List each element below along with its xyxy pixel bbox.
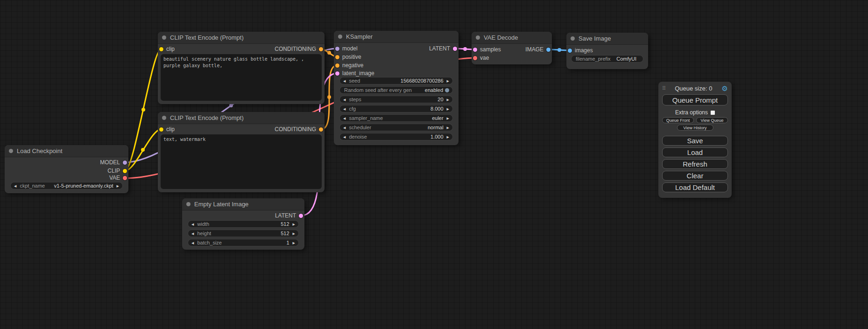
widget-value: ComfyUI bbox=[616, 56, 636, 62]
node-title-bar[interactable]: Empty Latent Image bbox=[182, 198, 304, 210]
stepper-right-icon[interactable]: ▶ bbox=[447, 107, 449, 111]
input-port-samples[interactable] bbox=[473, 48, 477, 52]
slot-label: CONDITIONING bbox=[275, 126, 316, 133]
output-port-vae[interactable] bbox=[123, 176, 127, 180]
stepper-left-icon[interactable]: ◀ bbox=[191, 241, 194, 245]
node-title-bar[interactable]: CLIP Text Encode (Prompt) bbox=[158, 32, 325, 44]
panel-header: ⠿ Queue size: 0 ⚙ bbox=[662, 84, 728, 92]
input-port-clip[interactable] bbox=[159, 47, 163, 51]
settings-gear-icon[interactable]: ⚙ bbox=[722, 85, 728, 92]
output-port-latent[interactable] bbox=[453, 47, 457, 51]
node-title-bar[interactable]: VAE Decode bbox=[472, 32, 552, 44]
width-widget[interactable]: ◀ width 512 ▶ bbox=[188, 220, 299, 228]
queue-prompt-button[interactable]: Queue Prompt bbox=[662, 94, 728, 105]
negative-prompt-textarea[interactable]: text, watermark bbox=[161, 134, 322, 189]
stepper-left-icon[interactable]: ◀ bbox=[343, 98, 346, 101]
stepper-right-icon[interactable]: ▶ bbox=[293, 232, 295, 235]
ckpt-name-widget[interactable]: ◀ ckpt_name v1-5-pruned-emaonly.ckpt ▶ bbox=[10, 182, 123, 189]
output-port-model[interactable] bbox=[123, 161, 127, 165]
input-slot-vae: vae bbox=[473, 55, 489, 61]
slot-label: LATENT bbox=[275, 212, 296, 219]
view-queue-button[interactable]: View Queue bbox=[696, 117, 728, 123]
load-button[interactable]: Load bbox=[662, 147, 728, 157]
slot-label: IMAGE bbox=[525, 46, 543, 53]
denoise-widget[interactable]: ◀ denoise 1.000 ▶ bbox=[339, 133, 453, 140]
input-port-negative[interactable] bbox=[335, 63, 339, 68]
collapse-toggle-icon[interactable] bbox=[162, 35, 166, 40]
random-seed-toggle-widget[interactable]: Random seed after every gen enabled bbox=[339, 86, 453, 94]
stepper-left-icon[interactable]: ◀ bbox=[343, 79, 346, 83]
clear-button[interactable]: Clear bbox=[662, 171, 728, 181]
input-port-clip[interactable] bbox=[159, 127, 163, 132]
positive-prompt-textarea[interactable]: beautiful scenery nature glass bottle la… bbox=[161, 54, 322, 101]
collapse-toggle-icon[interactable] bbox=[338, 35, 342, 39]
sampler-name-widget[interactable]: ◀ sampler_name euler ▶ bbox=[339, 114, 453, 122]
collapse-toggle-icon[interactable] bbox=[186, 202, 191, 206]
output-port-image[interactable] bbox=[546, 48, 550, 52]
widget-label: width bbox=[197, 221, 209, 227]
widget-label: height bbox=[197, 231, 211, 236]
node-vae-decode[interactable]: VAE Decode samples vae IMAGE bbox=[472, 32, 552, 64]
input-port-positive[interactable] bbox=[335, 55, 339, 59]
stepper-left-icon[interactable]: ◀ bbox=[191, 232, 194, 235]
output-port-conditioning[interactable] bbox=[319, 47, 323, 51]
collapse-toggle-icon[interactable] bbox=[476, 35, 480, 40]
steps-widget[interactable]: ◀ steps 20 ▶ bbox=[339, 96, 453, 103]
stepper-right-icon[interactable]: ▶ bbox=[447, 117, 449, 120]
stepper-right-icon[interactable]: ▶ bbox=[117, 184, 119, 188]
node-empty-latent-image[interactable]: Empty Latent Image LATENT ◀ width 512 ▶ … bbox=[182, 198, 304, 250]
batch-size-widget[interactable]: ◀ batch_size 1 ▶ bbox=[188, 239, 299, 246]
view-history-button[interactable]: View History bbox=[677, 125, 713, 131]
cfg-widget[interactable]: ◀ cfg 8.000 ▶ bbox=[339, 105, 453, 112]
toggle-dot-icon[interactable] bbox=[445, 88, 449, 92]
stepper-left-icon[interactable]: ◀ bbox=[343, 107, 346, 111]
node-title-bar[interactable]: Save Image bbox=[566, 33, 648, 45]
stepper-left-icon[interactable]: ◀ bbox=[343, 135, 346, 139]
output-port-conditioning[interactable] bbox=[319, 127, 323, 132]
collapse-toggle-icon[interactable] bbox=[571, 36, 575, 41]
stepper-right-icon[interactable]: ▶ bbox=[447, 135, 449, 139]
stepper-left-icon[interactable]: ◀ bbox=[191, 223, 194, 226]
node-graph-canvas[interactable]: Load Checkpoint MODEL CLIP VAE ◀ ckpt_na… bbox=[0, 0, 868, 329]
output-port-latent[interactable] bbox=[299, 214, 303, 218]
node-clip-text-encode-positive[interactable]: CLIP Text Encode (Prompt) clip CONDITION… bbox=[158, 32, 325, 104]
collapse-toggle-icon[interactable] bbox=[162, 116, 166, 120]
queue-front-button[interactable]: Queue Front bbox=[662, 117, 694, 123]
filename-prefix-widget[interactable]: filename_prefix ComfyUI bbox=[571, 55, 643, 63]
collapse-toggle-icon[interactable] bbox=[9, 149, 13, 153]
stepper-left-icon[interactable]: ◀ bbox=[343, 117, 346, 120]
height-widget[interactable]: ◀ height 512 ▶ bbox=[188, 230, 299, 237]
stepper-left-icon[interactable]: ◀ bbox=[14, 184, 16, 188]
node-load-checkpoint[interactable]: Load Checkpoint MODEL CLIP VAE ◀ ckpt_na… bbox=[5, 145, 128, 193]
stepper-right-icon[interactable]: ▶ bbox=[447, 126, 449, 129]
stepper-left-icon[interactable]: ◀ bbox=[343, 126, 346, 129]
save-button[interactable]: Save bbox=[662, 136, 728, 146]
stepper-right-icon[interactable]: ▶ bbox=[447, 79, 449, 83]
node-title-bar[interactable]: KSampler bbox=[334, 31, 459, 43]
scheduler-widget[interactable]: ◀ scheduler normal ▶ bbox=[339, 124, 453, 131]
node-clip-text-encode-negative[interactable]: CLIP Text Encode (Prompt) clip CONDITION… bbox=[158, 112, 325, 192]
input-port-images[interactable] bbox=[568, 49, 572, 53]
stepper-right-icon[interactable]: ▶ bbox=[447, 98, 449, 101]
link-midpoint-dot bbox=[229, 104, 233, 107]
input-port-latent-image[interactable] bbox=[335, 71, 339, 76]
output-port-clip[interactable] bbox=[123, 169, 127, 173]
seed-widget[interactable]: ◀ seed 156680208700286 ▶ bbox=[339, 77, 453, 84]
link-midpoint-dot bbox=[327, 95, 331, 99]
extra-options-checkbox[interactable] bbox=[711, 111, 715, 115]
node-title-bar[interactable]: CLIP Text Encode (Prompt) bbox=[158, 112, 325, 124]
input-port-model[interactable] bbox=[335, 47, 339, 51]
load-default-button[interactable]: Load Default bbox=[662, 182, 728, 192]
stepper-right-icon[interactable]: ▶ bbox=[293, 223, 295, 226]
slot-label: CLIP bbox=[107, 168, 120, 174]
slot-label: VAE bbox=[109, 175, 120, 181]
node-save-image[interactable]: Save Image images filename_prefix ComfyU… bbox=[566, 33, 648, 69]
input-port-vae[interactable] bbox=[473, 56, 477, 60]
node-title: Save Image bbox=[579, 35, 611, 42]
node-ksampler[interactable]: KSampler model positive negative latent_… bbox=[334, 31, 459, 145]
output-slot-latent: LATENT bbox=[275, 212, 303, 219]
stepper-right-icon[interactable]: ▶ bbox=[293, 241, 295, 245]
drag-handle-icon[interactable]: ⠿ bbox=[662, 85, 665, 91]
refresh-button[interactable]: Refresh bbox=[662, 159, 728, 169]
node-title-bar[interactable]: Load Checkpoint bbox=[5, 145, 128, 157]
